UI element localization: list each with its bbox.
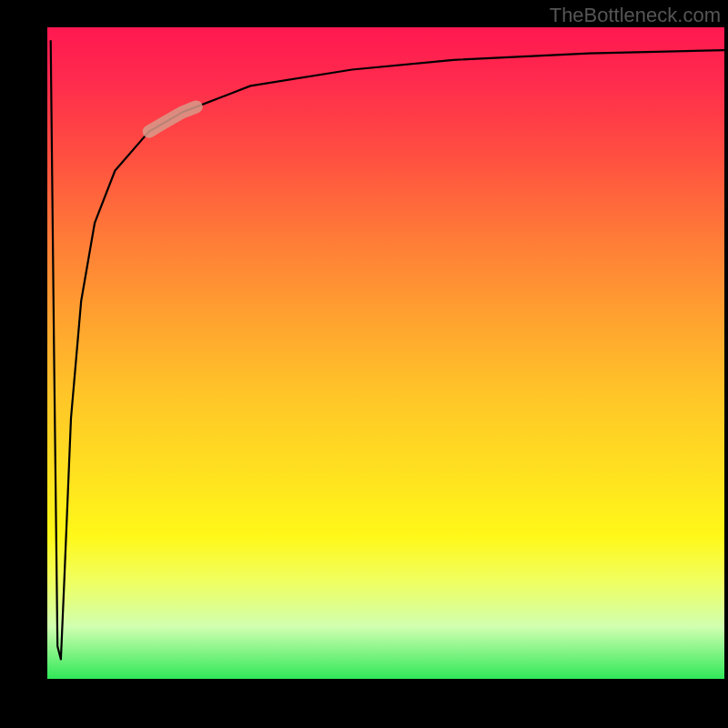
chart-plot-area [47,27,724,679]
chart-curve-svg [47,27,724,679]
watermark-text: TheBottleneck.com [550,4,721,27]
curve-highlight-segment [149,106,197,131]
